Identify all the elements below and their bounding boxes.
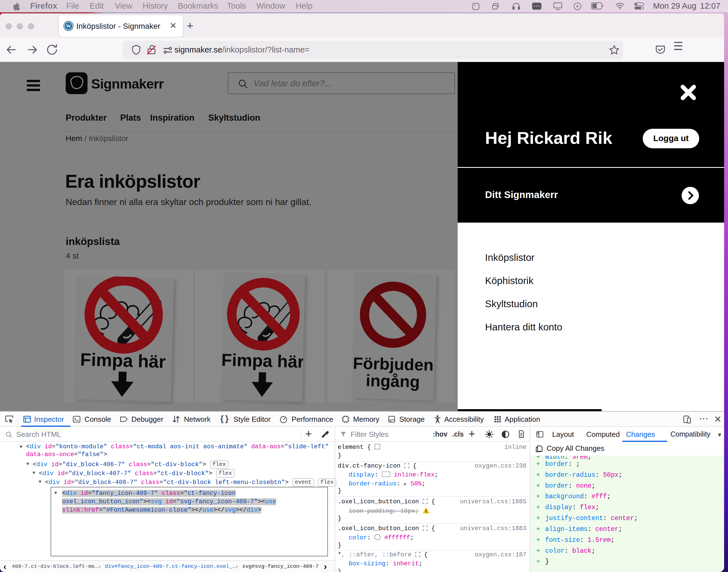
svg-text:W: W [66, 23, 71, 29]
